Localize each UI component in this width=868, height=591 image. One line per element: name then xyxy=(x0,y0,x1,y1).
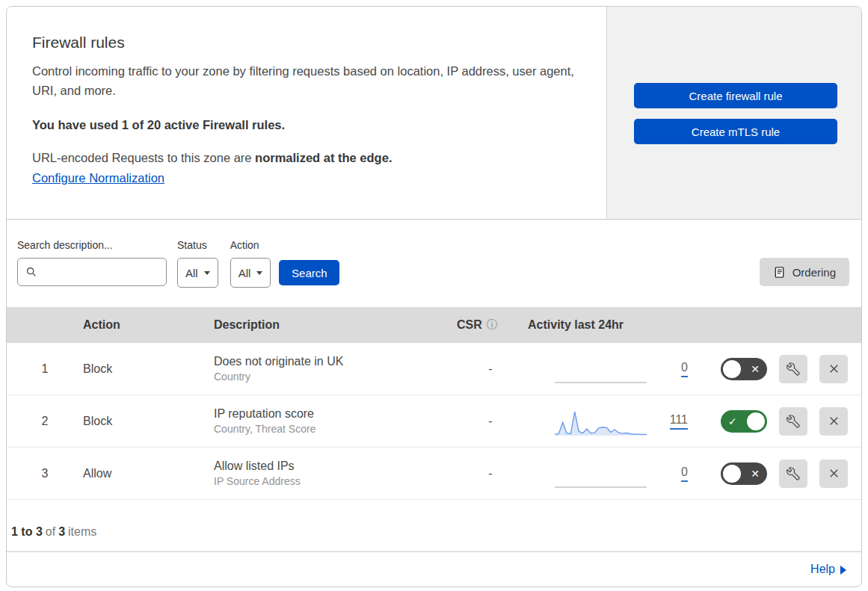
action-label: Action xyxy=(230,239,271,253)
rule-enabled-toggle[interactable]: ✓ ✕ xyxy=(721,462,767,485)
activity-count-link[interactable]: 0 xyxy=(681,465,688,482)
rule-description: Allow listed IPs xyxy=(214,460,457,473)
status-selected-value: All xyxy=(185,267,198,279)
delete-rule-button[interactable] xyxy=(819,355,848,383)
create-firewall-rule-button[interactable]: Create firewall rule xyxy=(634,83,837,108)
filter-bar: Search description... Status All Action … xyxy=(7,220,861,307)
header-csr-column: CSR ⓘ xyxy=(457,318,524,332)
configure-normalization-link[interactable]: Configure Normalization xyxy=(32,171,164,185)
action-select[interactable]: All xyxy=(230,258,271,288)
items-total: 3 xyxy=(58,525,65,538)
toggle-knob xyxy=(723,360,741,378)
firewall-rules-panel: Firewall rules Control incoming traffic … xyxy=(6,6,862,587)
page-description: Control incoming traffic to your zone by… xyxy=(32,62,576,100)
rule-priority: 1 xyxy=(7,362,83,376)
search-input-field[interactable] xyxy=(43,266,166,279)
activity-sparkline xyxy=(554,458,647,489)
rule-description: Does not originate in UK xyxy=(214,355,457,368)
csr-column-label: CSR xyxy=(457,318,482,332)
action-filter-group: Action All xyxy=(230,239,271,288)
status-filter-group: Status All xyxy=(177,239,218,288)
rule-action: Block xyxy=(83,362,214,376)
ordering-button-label: Ordering xyxy=(792,266,836,279)
usage-text: You have used 1 of 20 active Firewall ru… xyxy=(32,118,576,132)
rule-fields: Country xyxy=(214,371,457,383)
activity-sparkline xyxy=(554,406,647,437)
rule-priority: 2 xyxy=(7,415,83,428)
search-group: Search description... xyxy=(17,239,167,286)
table-header: Action Description CSR ⓘ Activity last 2… xyxy=(7,307,861,343)
x-icon: ✕ xyxy=(751,364,760,374)
normalization-bold: normalized at the edge. xyxy=(255,151,392,164)
table-row: 3 Allow Allow listed IPs IP Source Addre… xyxy=(7,448,861,500)
create-mtls-rule-button[interactable]: Create mTLS rule xyxy=(634,119,837,144)
toggle-knob xyxy=(747,412,765,430)
table-row: 1 Block Does not originate in UK Country… xyxy=(7,343,861,395)
x-icon: ✕ xyxy=(751,468,760,479)
normalization-text: URL-encoded Requests to this zone are no… xyxy=(32,151,576,165)
delete-rule-button[interactable] xyxy=(819,460,848,488)
search-label: Search description... xyxy=(17,239,167,253)
check-icon: ✓ xyxy=(728,416,737,427)
items-range: 1 to 3 xyxy=(11,525,43,538)
rule-description: IP reputation score xyxy=(214,407,457,421)
rule-csr-value: - xyxy=(457,415,524,428)
status-select[interactable]: All xyxy=(177,258,218,288)
help-label: Help xyxy=(810,563,835,576)
activity-count-link[interactable]: 111 xyxy=(670,413,688,430)
activity-sparkline xyxy=(554,353,647,385)
pagination-summary: 1 to 3of3items xyxy=(7,500,861,552)
close-icon xyxy=(828,467,840,480)
intro-section: Firewall rules Control incoming traffic … xyxy=(7,7,861,220)
help-bar: Help xyxy=(7,552,861,587)
header-activity-column: Activity last 24hr xyxy=(524,318,692,332)
edit-rule-button[interactable] xyxy=(779,460,807,488)
items-of: of xyxy=(46,525,55,538)
action-selected-value: All xyxy=(238,267,251,279)
delete-rule-button[interactable] xyxy=(819,407,848,436)
wrench-icon xyxy=(787,415,800,428)
search-button[interactable]: Search xyxy=(279,260,339,285)
rule-enabled-toggle[interactable]: ✓ ✕ xyxy=(721,410,767,433)
normalization-prefix: URL-encoded Requests to this zone are xyxy=(32,151,255,164)
rule-csr-value: - xyxy=(457,467,524,480)
rule-action: Block xyxy=(83,415,214,428)
chevron-down-icon xyxy=(204,271,210,275)
rule-fields: Country, Threat Score xyxy=(214,423,457,435)
search-icon xyxy=(25,266,37,278)
info-icon[interactable]: ⓘ xyxy=(487,318,497,332)
rule-fields: IP Source Address xyxy=(214,475,457,487)
close-icon xyxy=(828,362,840,375)
edit-rule-button[interactable] xyxy=(779,407,807,436)
activity-count-link[interactable]: 0 xyxy=(681,361,688,377)
header-description-column: Description xyxy=(214,318,457,332)
toggle-knob xyxy=(723,465,741,483)
chevron-down-icon xyxy=(256,271,262,275)
edit-rule-button[interactable] xyxy=(779,355,807,383)
page-title: Firewall rules xyxy=(32,34,576,52)
ordering-button[interactable]: Ordering xyxy=(760,258,849,286)
rule-enabled-toggle[interactable]: ✓ ✕ xyxy=(721,358,767,380)
help-link[interactable]: Help xyxy=(810,563,846,576)
rule-action: Allow xyxy=(83,467,214,480)
actions-panel: Create firewall rule Create mTLS rule xyxy=(607,7,861,219)
close-icon xyxy=(828,415,840,427)
status-label: Status xyxy=(177,239,218,253)
header-action-column: Action xyxy=(83,318,214,332)
items-label: items xyxy=(68,525,96,538)
table-row: 2 Block IP reputation score Country, Thr… xyxy=(7,395,861,448)
rule-csr-value: - xyxy=(457,362,524,376)
search-input[interactable] xyxy=(17,258,167,286)
wrench-icon xyxy=(787,362,800,376)
intro-card: Firewall rules Control incoming traffic … xyxy=(7,7,607,219)
rule-priority: 3 xyxy=(7,467,83,480)
wrench-icon xyxy=(787,467,800,480)
arrow-right-icon xyxy=(840,566,846,575)
ordering-list-icon xyxy=(773,266,786,279)
